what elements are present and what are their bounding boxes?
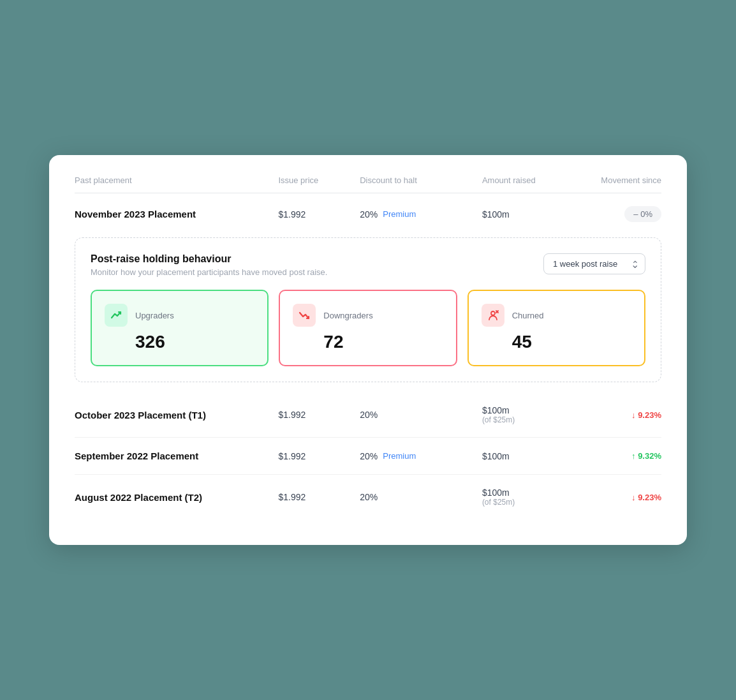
- movement-cell: – 0%: [564, 206, 661, 222]
- discount-pct: 20%: [360, 209, 378, 220]
- discount-cell: 20%: [360, 410, 482, 420]
- movement-cell: ↑ 9.32%: [564, 451, 661, 461]
- table-header: Past placement Issue price Discount to h…: [75, 175, 661, 193]
- churned-value: 45: [512, 332, 631, 352]
- churned-label: Churned: [512, 311, 544, 320]
- amount-cell: $100m (of $25m): [482, 405, 564, 424]
- placement-name: November 2023 Placement: [75, 209, 278, 220]
- movement-value: ↓ 9.23%: [631, 493, 661, 502]
- movement-cell: ↓ 9.23%: [564, 493, 661, 502]
- churned-icon: [482, 304, 504, 327]
- panel-header: Post-raise holding behaviour Monitor how…: [91, 253, 645, 277]
- panel-text: Post-raise holding behaviour Monitor how…: [91, 253, 327, 277]
- issue-price: $1.992: [278, 492, 360, 502]
- premium-badge: Premium: [383, 451, 416, 461]
- svg-point-0: [491, 311, 495, 315]
- period-dropdown[interactable]: 1 week post raise 2 weeks post raise 1 m…: [543, 253, 645, 274]
- stat-header-churned: Churned: [482, 304, 631, 327]
- main-card: Past placement Issue price Discount to h…: [49, 155, 687, 545]
- upgraders-value: 326: [135, 332, 254, 352]
- discount-cell: 20% Premium: [360, 451, 482, 461]
- col-movement: Movement since: [564, 175, 661, 185]
- panel-title: Post-raise holding behaviour: [91, 253, 327, 265]
- stats-grid: Upgraders 326 Downgraders 72: [91, 290, 645, 366]
- amount-raised: $100m: [482, 488, 564, 498]
- placement-name: October 2023 Placement (T1): [75, 410, 278, 421]
- col-discount: Discount to halt: [360, 175, 482, 185]
- downgraders-value: 72: [323, 332, 443, 352]
- discount-pct: 20%: [360, 492, 378, 502]
- discount-pct: 20%: [360, 451, 378, 461]
- stat-header-downgraders: Downgraders: [293, 304, 443, 327]
- table-row: September 2022 Placement $1.992 20% Prem…: [75, 438, 661, 475]
- amount-raised: $100m: [482, 451, 564, 461]
- amount-raised: $100m: [482, 209, 564, 220]
- table-row: October 2023 Placement (T1) $1.992 20% $…: [75, 392, 661, 438]
- stat-header-upgraders: Upgraders: [105, 304, 254, 327]
- amount-sub: (of $25m): [482, 415, 564, 424]
- expand-panel: Post-raise holding behaviour Monitor how…: [75, 237, 661, 382]
- table-row: August 2022 Placement (T2) $1.992 20% $1…: [75, 475, 661, 519]
- col-amount: Amount raised: [482, 175, 564, 185]
- placement-name: August 2022 Placement (T2): [75, 492, 278, 503]
- movement-cell: ↓ 9.23%: [564, 410, 661, 420]
- amount-sub: (of $25m): [482, 498, 564, 507]
- col-placement: Past placement: [75, 175, 278, 185]
- movement-value: – 0%: [624, 206, 661, 222]
- movement-value: ↑ 9.32%: [631, 451, 661, 461]
- stat-card-churned: Churned 45: [467, 290, 645, 366]
- downgraders-label: Downgraders: [323, 311, 372, 320]
- dropdown-wrapper[interactable]: 1 week post raise 2 weeks post raise 1 m…: [543, 253, 645, 274]
- stat-card-upgraders: Upgraders 326: [91, 290, 269, 366]
- placement-name: September 2022 Placement: [75, 451, 278, 461]
- issue-price: $1.992: [278, 451, 360, 461]
- downgraders-icon: [293, 304, 316, 327]
- issue-price: $1.992: [278, 410, 360, 420]
- upgraders-icon: [105, 304, 128, 327]
- discount-cell: 20%: [360, 492, 482, 502]
- col-issue-price: Issue price: [278, 175, 360, 185]
- panel-subtitle: Monitor how your placement participants …: [91, 267, 327, 277]
- discount-pct: 20%: [360, 410, 378, 420]
- issue-price: $1.992: [278, 209, 360, 220]
- stat-card-downgraders: Downgraders 72: [279, 290, 457, 366]
- upgraders-label: Upgraders: [135, 311, 174, 320]
- amount-cell: $100m (of $25m): [482, 488, 564, 507]
- table-row: November 2023 Placement $1.992 20% Premi…: [75, 193, 661, 235]
- movement-value: ↓ 9.23%: [631, 410, 661, 420]
- discount-cell: 20% Premium: [360, 209, 482, 220]
- premium-badge: Premium: [383, 209, 416, 219]
- amount-raised: $100m: [482, 405, 564, 415]
